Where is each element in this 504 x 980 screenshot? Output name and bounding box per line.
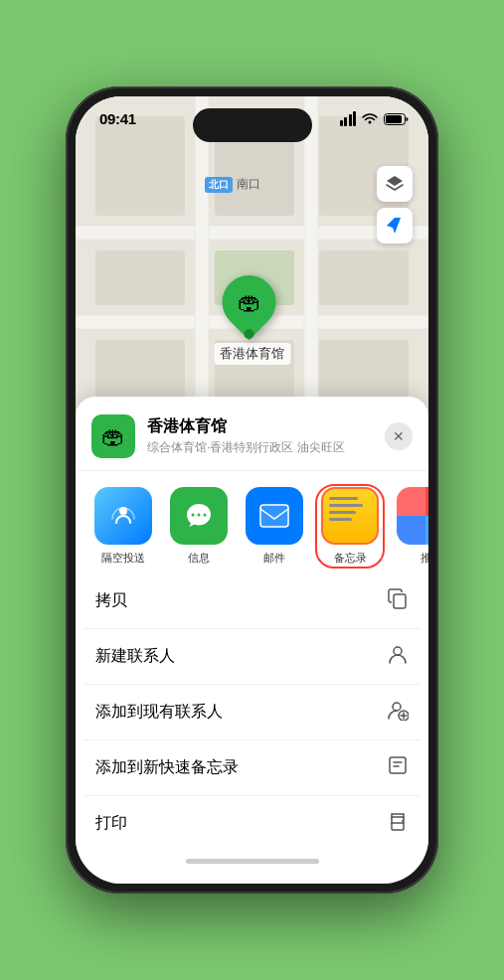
action-print-label: 打印 xyxy=(95,813,127,834)
action-list: 拷贝 新建联系人 xyxy=(76,573,428,851)
action-quick-note-label: 添加到新快速备忘录 xyxy=(95,757,239,778)
messages-icon xyxy=(170,487,228,545)
action-new-contact-label: 新建联系人 xyxy=(95,646,175,667)
action-new-contact[interactable]: 新建联系人 xyxy=(84,629,420,685)
sheet-header: 🏟 香港体育馆 综合体育馆·香港特别行政区 油尖旺区 ✕ xyxy=(76,397,428,471)
battery-icon xyxy=(384,113,409,125)
action-quick-note[interactable]: 添加到新快速备忘录 xyxy=(84,740,420,796)
airdrop-svg xyxy=(108,501,138,531)
home-indicator-area xyxy=(76,851,428,864)
share-item-messages[interactable]: 信息 xyxy=(167,487,231,566)
copy-icon xyxy=(387,587,409,614)
airdrop-icon xyxy=(94,487,152,545)
phone-frame: 09:41 xyxy=(66,86,438,894)
map-layers-button[interactable] xyxy=(377,166,413,202)
messages-svg xyxy=(183,501,215,531)
north-text: 南口 xyxy=(237,176,260,193)
action-add-contact[interactable]: 添加到现有联系人 xyxy=(84,685,420,740)
wifi-icon xyxy=(362,113,378,125)
action-print[interactable]: 打印 xyxy=(84,796,420,851)
person-add-icon xyxy=(387,699,409,726)
more-label: 推 xyxy=(420,551,429,566)
svg-point-21 xyxy=(204,514,207,517)
svg-point-19 xyxy=(192,514,195,517)
phone-screen: 09:41 xyxy=(76,96,428,884)
share-item-mail[interactable]: 邮件 xyxy=(243,487,306,566)
note-icon xyxy=(387,754,409,781)
svg-point-25 xyxy=(394,647,402,655)
dynamic-island xyxy=(193,108,312,142)
svg-rect-10 xyxy=(95,250,185,305)
venue-pin-label: 香港体育馆 xyxy=(214,343,290,365)
notes-inner xyxy=(323,489,377,543)
airdrop-label: 隔空投送 xyxy=(101,551,145,566)
more-icon xyxy=(397,487,428,545)
svg-rect-3 xyxy=(76,226,428,240)
venue-name: 香港体育馆 xyxy=(147,416,373,437)
close-button[interactable]: ✕ xyxy=(385,422,413,450)
action-add-contact-label: 添加到现有联系人 xyxy=(95,702,223,723)
svg-point-20 xyxy=(198,514,201,517)
svg-rect-1 xyxy=(386,115,402,123)
action-copy-label: 拷贝 xyxy=(95,590,127,611)
mail-icon xyxy=(246,487,303,545)
share-row: 隔空投送 信息 xyxy=(76,471,428,573)
svg-rect-33 xyxy=(392,823,404,830)
action-copy[interactable]: 拷贝 xyxy=(84,573,420,629)
notes-label: 备忘录 xyxy=(334,551,367,566)
mail-label: 邮件 xyxy=(263,551,285,566)
layers-icon xyxy=(385,174,405,194)
svg-rect-22 xyxy=(260,505,288,527)
share-item-more[interactable]: 推 xyxy=(394,487,428,566)
share-item-notes[interactable]: 备忘录 xyxy=(318,487,382,566)
notes-icon xyxy=(321,487,379,545)
share-item-airdrop[interactable]: 隔空投送 xyxy=(91,487,155,566)
svg-point-26 xyxy=(393,703,401,711)
location-pin: 🏟 香港体育馆 xyxy=(214,275,290,365)
svg-rect-12 xyxy=(319,250,409,305)
messages-label: 信息 xyxy=(188,551,210,566)
status-time: 09:41 xyxy=(99,110,136,127)
location-button[interactable] xyxy=(377,208,413,244)
location-arrow-icon xyxy=(386,217,404,235)
bottom-sheet: 🏟 香港体育馆 综合体育馆·香港特别行政区 油尖旺区 ✕ xyxy=(76,397,428,884)
map-controls xyxy=(377,166,413,244)
home-indicator xyxy=(186,859,319,864)
svg-rect-30 xyxy=(390,757,406,773)
map-north-label: 北口 南口 xyxy=(205,176,260,193)
svg-point-34 xyxy=(402,820,404,822)
mail-svg xyxy=(258,503,290,529)
venue-info: 香港体育馆 综合体育馆·香港特别行政区 油尖旺区 xyxy=(147,416,373,456)
status-icons xyxy=(340,111,410,126)
person-icon xyxy=(387,643,409,670)
north-badge: 北口 xyxy=(205,177,233,193)
venue-subtitle: 综合体育馆·香港特别行政区 油尖旺区 xyxy=(147,439,373,456)
svg-rect-24 xyxy=(394,594,406,608)
signal-bars xyxy=(340,111,357,126)
print-icon xyxy=(387,810,409,837)
venue-icon: 🏟 xyxy=(91,414,135,458)
